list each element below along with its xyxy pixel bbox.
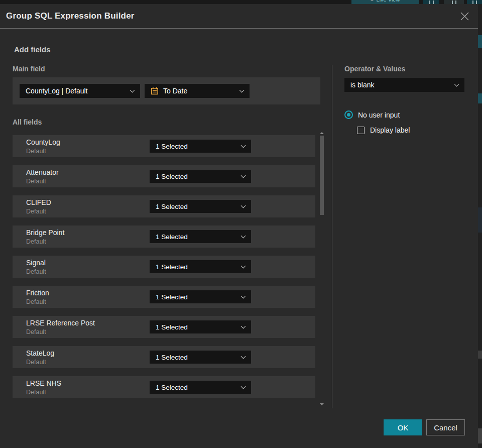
- live-view-label: Live View: [377, 0, 400, 3]
- field-meta: LRSE NHSDefault: [26, 379, 150, 396]
- background-app-top-strip: Live View: [0, 0, 482, 4]
- chevron-down-icon: [454, 81, 459, 86]
- field-subtitle: Default: [26, 268, 150, 275]
- scrollbar[interactable]: [319, 132, 324, 405]
- chevron-down-icon: [241, 354, 246, 359]
- background-button-fragment: [467, 0, 482, 4]
- field-meta: LRSE Reference PostDefault: [26, 319, 150, 335]
- checkbox-icon[interactable]: [357, 127, 365, 134]
- field-row: SignalDefault1 Selected: [13, 256, 315, 278]
- selected-count-value: 1 Selected: [156, 233, 188, 241]
- field-subtitle: Default: [26, 148, 150, 155]
- field-meta: SignalDefault: [26, 259, 150, 275]
- field-name: Bridge Point: [26, 229, 150, 237]
- operator-dropdown[interactable]: is blank: [344, 78, 464, 92]
- chevron-down-icon: [241, 323, 246, 328]
- chevron-down-icon: [241, 143, 246, 148]
- field-type-dropdown[interactable]: To Date: [145, 84, 250, 98]
- selected-count-dropdown[interactable]: 1 Selected: [150, 230, 251, 243]
- chevron-down-icon: [241, 173, 246, 178]
- selected-count-value: 1 Selected: [156, 384, 188, 391]
- chevron-down-icon: [241, 384, 246, 389]
- no-user-input-label: No user input: [358, 111, 400, 119]
- field-name: CLIFED: [26, 198, 150, 206]
- all-fields-label: All fields: [13, 118, 332, 126]
- background-fragment: [478, 93, 482, 103]
- background-button-fragment: [444, 0, 464, 4]
- selected-count-value: 1 Selected: [156, 354, 188, 361]
- background-fragment: [478, 428, 482, 443]
- field-row: FrictionDefault1 Selected: [13, 286, 315, 308]
- chevron-down-icon: [241, 293, 246, 298]
- all-fields-list: CountyLogDefault1 SelectedAttenuatorDefa…: [13, 135, 324, 398]
- field-row: AttenuatorDefault1 Selected: [13, 165, 315, 187]
- main-field-dropdown[interactable]: CountyLog | Default: [20, 84, 140, 98]
- field-row: Bridge PointDefault1 Selected: [13, 226, 315, 248]
- close-icon[interactable]: [457, 9, 472, 24]
- field-subtitle: Default: [26, 328, 150, 335]
- scroll-up-icon[interactable]: [320, 132, 324, 134]
- field-subtitle: Default: [26, 389, 150, 396]
- field-meta: CountyLogDefault: [26, 138, 150, 155]
- background-fragment: [478, 207, 482, 233]
- live-dot-icon: [371, 0, 374, 1]
- selected-count-value: 1 Selected: [156, 143, 188, 150]
- field-subtitle: Default: [26, 208, 150, 215]
- display-label-option[interactable]: Display label: [357, 126, 478, 134]
- group-sql-expression-builder-dialog: Group SQL Expression Builder Add fields …: [0, 4, 478, 448]
- all-fields-list-region: CountyLogDefault1 SelectedAttenuatorDefa…: [13, 135, 324, 398]
- fields-panel: Main field CountyLog | Default: [0, 65, 332, 408]
- field-name: Attenuator: [26, 168, 150, 176]
- live-view-button: Live View: [351, 0, 419, 4]
- field-subtitle: Default: [26, 359, 150, 366]
- chevron-down-icon: [130, 87, 135, 92]
- ok-button[interactable]: OK: [384, 419, 422, 435]
- field-name: Friction: [26, 289, 150, 297]
- chevron-down-icon: [241, 263, 246, 268]
- field-meta: CLIFEDDefault: [26, 198, 150, 215]
- cancel-button[interactable]: Cancel: [426, 419, 465, 435]
- field-name: LRSE Reference Post: [26, 319, 150, 327]
- selected-count-dropdown[interactable]: 1 Selected: [150, 381, 251, 394]
- field-name: LRSE NHS: [26, 379, 150, 387]
- dialog-title: Group SQL Expression Builder: [6, 11, 135, 21]
- field-subtitle: Default: [26, 178, 150, 185]
- calendar-icon: [151, 87, 159, 95]
- display-label-label: Display label: [370, 126, 410, 134]
- field-subtitle: Default: [26, 298, 150, 305]
- field-type-dropdown-value: To Date: [163, 87, 187, 95]
- selected-count-value: 1 Selected: [156, 263, 188, 271]
- no-user-input-option[interactable]: No user input: [344, 110, 478, 119]
- field-row: LRSE NHSDefault1 Selected: [13, 376, 315, 398]
- selected-count-dropdown[interactable]: 1 Selected: [150, 200, 251, 213]
- background-fragment: [478, 35, 482, 48]
- selected-count-dropdown[interactable]: 1 Selected: [150, 320, 251, 333]
- field-row: CLIFEDDefault1 Selected: [13, 195, 315, 217]
- field-name: StateLog: [26, 349, 150, 357]
- selected-count-value: 1 Selected: [156, 173, 188, 180]
- chevron-down-icon: [239, 87, 245, 92]
- selected-count-value: 1 Selected: [156, 203, 188, 210]
- field-name: CountyLog: [26, 138, 150, 146]
- selected-count-dropdown[interactable]: 1 Selected: [150, 170, 251, 183]
- field-meta: StateLogDefault: [26, 349, 150, 366]
- add-fields-heading: Add fields: [14, 45, 478, 54]
- scroll-down-icon[interactable]: [320, 403, 324, 405]
- field-meta: AttenuatorDefault: [26, 168, 150, 185]
- radio-button-icon[interactable]: [344, 110, 353, 119]
- operator-values-panel: Operator & Values is blank No user input…: [332, 65, 478, 408]
- background-app-right-strip: [478, 4, 482, 448]
- chevron-down-icon: [241, 233, 246, 238]
- operator-dropdown-value: is blank: [350, 81, 374, 89]
- selected-count-dropdown[interactable]: 1 Selected: [150, 351, 251, 364]
- field-name: Signal: [26, 259, 150, 267]
- scroll-thumb[interactable]: [320, 136, 324, 215]
- field-meta: FrictionDefault: [26, 289, 150, 305]
- dialog-header: Group SQL Expression Builder: [0, 4, 478, 29]
- operator-values-label: Operator & Values: [344, 65, 478, 73]
- selected-count-dropdown[interactable]: 1 Selected: [150, 290, 251, 303]
- selected-count-dropdown[interactable]: 1 Selected: [150, 260, 251, 273]
- main-field-dropdown-value: CountyLog | Default: [26, 87, 88, 95]
- selected-count-value: 1 Selected: [156, 323, 188, 331]
- selected-count-dropdown[interactable]: 1 Selected: [150, 140, 251, 153]
